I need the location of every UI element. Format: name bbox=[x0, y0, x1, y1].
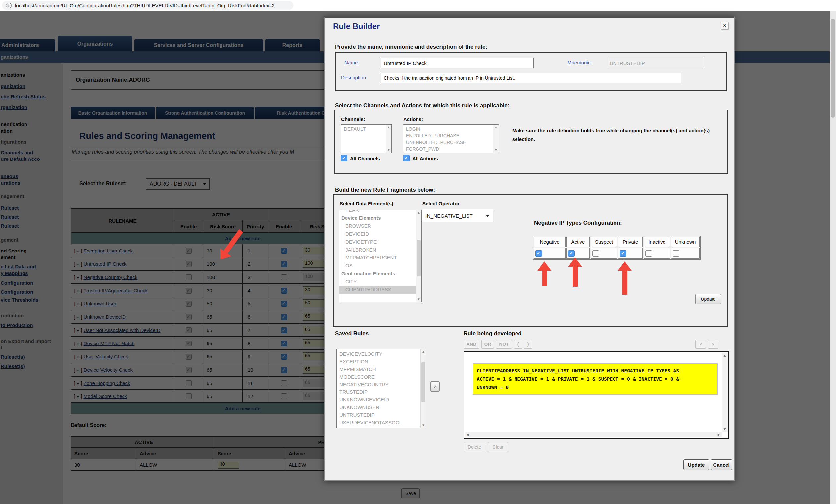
saved-rule-option[interactable]: EXCEPTION bbox=[339, 358, 426, 365]
channel-option[interactable]: DEFAULT bbox=[344, 126, 391, 132]
mnemonic-label: Mnemonic: bbox=[568, 60, 592, 65]
saved-rule-option[interactable]: UNKNOWNDEVICEID bbox=[339, 396, 426, 403]
rule-being-developed-label: Rule being developed bbox=[463, 330, 522, 337]
data-element-option[interactable]: DEVICEID bbox=[339, 230, 421, 238]
rule-text-area[interactable]: CLIENTIPADDRESS IN_NEGATIVE_LIST UNTRUST… bbox=[463, 351, 729, 439]
close-icon[interactable]: X bbox=[721, 22, 728, 30]
data-element-option-selected[interactable]: CLIENTIPADDRESS bbox=[339, 286, 421, 293]
action-option[interactable]: UNENROLLED_PURCHASE bbox=[406, 139, 499, 146]
info-icon[interactable]: i bbox=[6, 3, 12, 8]
chevron-down-icon bbox=[486, 215, 490, 217]
close-paren-button[interactable]: ) bbox=[524, 340, 532, 349]
ip-type-header: Private bbox=[618, 237, 643, 247]
delete-button[interactable]: Delete bbox=[463, 442, 486, 452]
move-left-button[interactable]: < bbox=[695, 340, 706, 349]
annotation-arrow-private bbox=[618, 261, 632, 294]
ip-type-inactive-checkbox[interactable] bbox=[645, 250, 652, 257]
description-label: Description: bbox=[341, 75, 367, 80]
ip-type-unknown-checkbox[interactable] bbox=[673, 250, 679, 257]
description-input[interactable]: Checks if the transaction originated fro… bbox=[381, 73, 681, 83]
saved-rule-option[interactable]: USERDEVICENOTASSOCI bbox=[339, 419, 426, 426]
saved-rule-option[interactable]: MODELSCORE bbox=[339, 373, 426, 381]
saved-rule-option[interactable]: MFPMISMATCH bbox=[339, 365, 426, 373]
rule-area-vscrollbar[interactable]: ▲▼ bbox=[722, 353, 728, 431]
ip-type-negative-checkbox[interactable] bbox=[535, 250, 542, 257]
channels-listbox[interactable]: DEFAULT ▲▼ bbox=[341, 124, 392, 153]
data-element-option[interactable]: OS bbox=[339, 262, 421, 270]
data-element-option[interactable]: MFPMATCHPERCENT bbox=[339, 254, 421, 262]
ip-type-active-checkbox[interactable] bbox=[568, 250, 575, 257]
ip-type-private-checkbox[interactable] bbox=[620, 250, 626, 257]
scroll-left-icon[interactable]: ◀ bbox=[465, 432, 470, 437]
channels-scrollbar[interactable]: ▲▼ bbox=[386, 125, 391, 153]
scrollbar-thumb[interactable] bbox=[831, 19, 835, 118]
data-element-option[interactable]: JAILBROKEN bbox=[339, 246, 421, 254]
saved-rules-listbox[interactable]: DEVICEVELOCITY EXCEPTION MFPMISMATCH MOD… bbox=[336, 349, 426, 428]
scroll-up-icon[interactable]: ▲ bbox=[421, 349, 426, 354]
operator-label: Select Operator bbox=[422, 200, 459, 206]
action-option[interactable]: FORGOT_PWD bbox=[406, 146, 499, 152]
browser-scrollbar[interactable] bbox=[830, 11, 836, 504]
data-element-option[interactable]: CITY bbox=[339, 278, 421, 286]
scroll-up-icon[interactable]: ▲ bbox=[493, 125, 499, 130]
url-field[interactable]: i localhost/arcotadmin/Rf_Org/Configurat… bbox=[2, 1, 293, 9]
saved-rule-option[interactable]: DEVICEVELOCITY bbox=[339, 350, 426, 358]
ip-type-suspect-checkbox[interactable] bbox=[592, 250, 599, 257]
ip-type-header: Inactive bbox=[644, 237, 670, 247]
and-button[interactable]: AND bbox=[463, 340, 479, 349]
scroll-up-icon[interactable]: ▲ bbox=[416, 210, 421, 215]
negative-ip-types-heading: Negative IP Types Configuration: bbox=[534, 220, 622, 226]
not-button[interactable]: NOT bbox=[496, 340, 512, 349]
ip-type-header: Unknown bbox=[671, 237, 700, 247]
data-elements-listbox[interactable]: YEAR Device Elements BROWSER DEVICEID DE… bbox=[339, 210, 422, 303]
or-button[interactable]: OR bbox=[481, 340, 494, 349]
saved-rule-option[interactable]: NEGATIVECOUNTRY bbox=[339, 381, 426, 388]
scroll-down-icon[interactable]: ▼ bbox=[722, 426, 728, 431]
rule-area-hscrollbar[interactable]: ◀▶ bbox=[465, 431, 722, 438]
saved-rule-option[interactable]: TRUSTEDIP bbox=[339, 388, 426, 396]
operator-select[interactable]: IN_NEGATIVE_LIST bbox=[422, 209, 493, 222]
data-element-option[interactable]: BROWSER bbox=[339, 222, 421, 230]
negative-ip-types-table: Negative Active Suspect Private Inactive… bbox=[533, 236, 701, 260]
dialog-title: Rule Builder bbox=[333, 22, 380, 31]
open-paren-button[interactable]: ( bbox=[514, 340, 522, 349]
all-actions-checkbox[interactable] bbox=[403, 155, 410, 161]
scrollbar-thumb[interactable] bbox=[417, 240, 421, 276]
data-element-option[interactable]: YEAR bbox=[339, 210, 421, 214]
scroll-down-icon[interactable]: ▼ bbox=[421, 423, 426, 428]
scroll-right-icon[interactable]: ▶ bbox=[717, 432, 722, 437]
move-rule-button[interactable]: > bbox=[431, 381, 440, 392]
actions-scrollbar[interactable]: ▲▼ bbox=[493, 125, 499, 153]
update-button[interactable]: Update bbox=[683, 459, 709, 470]
rule-fragment-highlight[interactable]: CLIENTIPADDRESS IN_NEGATIVE_LIST UNTRUST… bbox=[473, 363, 718, 395]
data-element-option[interactable]: DEVICETYPE bbox=[339, 238, 421, 246]
browser-address-bar: i localhost/arcotadmin/Rf_Org/Configurat… bbox=[0, 0, 836, 11]
negative-ip-update-button[interactable]: Update bbox=[695, 294, 721, 305]
action-option[interactable]: ENROLLED_PURCHASE bbox=[406, 132, 499, 139]
section-heading-channels: Select the Channels and Actions for whic… bbox=[335, 102, 509, 109]
all-channels-checkbox[interactable] bbox=[341, 155, 347, 161]
data-element-group: GeoLocation Elements bbox=[339, 270, 421, 278]
saved-rules-scrollbar[interactable]: ▲ ▼ bbox=[420, 349, 426, 428]
cancel-button[interactable]: Cancel bbox=[710, 459, 733, 470]
saved-rule-option[interactable]: UNTRUSTEDIP bbox=[339, 411, 426, 419]
move-right-button[interactable]: > bbox=[708, 340, 719, 349]
ip-type-header: Suspect bbox=[591, 237, 617, 247]
rule-builder-dialog: Rule Builder X Provide the name, mnemoni… bbox=[324, 16, 735, 481]
scroll-down-icon[interactable]: ▼ bbox=[416, 297, 421, 302]
annotation-arrow-negative bbox=[537, 261, 551, 286]
data-elements-scrollbar[interactable]: ▲ ▼ bbox=[416, 210, 421, 302]
scroll-down-icon[interactable]: ▼ bbox=[493, 147, 499, 153]
saved-rule-option[interactable]: UNKNOWNUSER bbox=[339, 403, 426, 411]
channels-label: Channels: bbox=[341, 116, 365, 122]
actions-listbox[interactable]: LOGIN ENROLLED_PURCHASE UNENROLLED_PURCH… bbox=[403, 124, 499, 153]
clear-button[interactable]: Clear bbox=[488, 442, 508, 452]
action-option[interactable]: LOGIN bbox=[406, 126, 499, 132]
section-heading-name: Provide the name, mnemonic and descripti… bbox=[335, 44, 487, 50]
scroll-up-icon[interactable]: ▲ bbox=[386, 125, 391, 130]
scroll-down-icon[interactable]: ▼ bbox=[386, 147, 391, 153]
scroll-up-icon[interactable]: ▲ bbox=[722, 353, 728, 358]
name-input[interactable]: Untrusted IP Check bbox=[381, 58, 534, 68]
ip-type-header: Active bbox=[567, 237, 590, 247]
scrollbar-thumb[interactable] bbox=[421, 362, 425, 402]
